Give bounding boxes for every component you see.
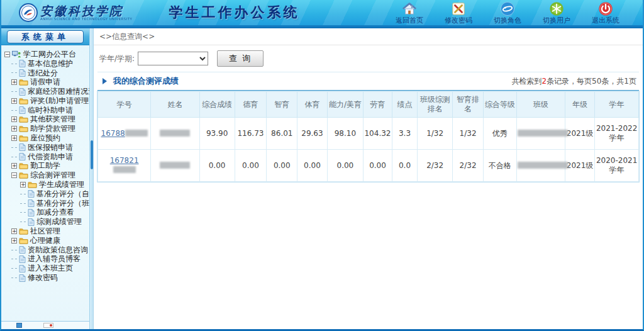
tree-item[interactable]: 修改密码 bbox=[3, 273, 88, 283]
switch-role-icon bbox=[500, 1, 515, 16]
sidebar-bottom-toolbar[interactable] bbox=[1, 321, 89, 329]
redacted-block bbox=[160, 162, 190, 169]
tree-item[interactable]: −综合测评管理 bbox=[3, 171, 88, 180]
tree-branch-line bbox=[11, 72, 17, 73]
tree-item[interactable]: +社区管理 bbox=[3, 227, 88, 236]
query-button[interactable]: 查 询 bbox=[217, 50, 264, 67]
cell-class_name bbox=[516, 150, 565, 182]
password-label: 修改密码 bbox=[445, 16, 472, 25]
expand-plus-icon[interactable]: + bbox=[11, 238, 17, 244]
tree-branch-line bbox=[11, 250, 17, 250]
column-header-intellectual: 智育 bbox=[267, 92, 297, 118]
system-menu-button[interactable]: 系统菜单 bbox=[7, 30, 84, 43]
tree-item[interactable]: 进入本班主页 bbox=[3, 264, 88, 273]
expand-plus-icon[interactable]: + bbox=[11, 135, 17, 141]
tree-item[interactable]: +座位预约 bbox=[3, 133, 88, 143]
power-button[interactable]: 退出系统 bbox=[586, 1, 625, 25]
folder-icon bbox=[19, 125, 28, 132]
cell-grade: 2021级 bbox=[565, 118, 594, 150]
sidebar: 系统菜单 −学工网办公平台基本信息维护违纪处分+请假申请家庭经济困难情况查看+评… bbox=[1, 28, 90, 329]
tree-item[interactable]: 进入辅导员博客 bbox=[3, 255, 88, 264]
app-window: 安徽科技学院 ANHUI SCIENCE AND TECHNOLOGY UNIV… bbox=[0, 0, 644, 331]
app-title: 学生工作办公系统 bbox=[169, 3, 300, 22]
collapse-minus-icon[interactable]: − bbox=[11, 172, 17, 178]
expand-plus-icon[interactable]: + bbox=[11, 228, 17, 234]
tree-item[interactable]: +评奖(助)申请管理 bbox=[3, 96, 88, 106]
tree-item[interactable]: 违纪处分 bbox=[3, 69, 88, 78]
university-name: 安徽科技学院 bbox=[40, 5, 143, 16]
expand-plus-icon[interactable]: + bbox=[11, 79, 17, 85]
tree-item[interactable]: 代偿资助申请 bbox=[3, 152, 88, 162]
doc-icon bbox=[19, 60, 26, 67]
redacted-block bbox=[518, 162, 568, 169]
doc-icon bbox=[19, 274, 26, 282]
doc-icon bbox=[19, 255, 26, 263]
tree-item[interactable]: 基准分评分（自评） bbox=[3, 189, 88, 199]
column-header-ability_aesthetic: 能力/美育 bbox=[327, 92, 364, 118]
column-header-academic_year: 学年 bbox=[595, 92, 639, 118]
cell-labor: 0.00 bbox=[364, 150, 392, 182]
section-arrow-icon bbox=[103, 78, 107, 84]
tree-item[interactable]: 基本信息维护 bbox=[3, 59, 88, 69]
expand-plus-icon[interactable]: + bbox=[11, 116, 17, 122]
cell-student_id: 16788 bbox=[98, 118, 151, 150]
tree-item[interactable]: +其他获奖管理 bbox=[3, 115, 88, 125]
splitter-collapse-handle[interactable] bbox=[91, 140, 93, 169]
tree-branch-line bbox=[20, 212, 26, 213]
filter-row: 学年/学期: 查 询 bbox=[94, 45, 643, 71]
sidebar-splitter[interactable] bbox=[90, 28, 94, 329]
tree-branch-line bbox=[11, 64, 17, 64]
student-id-link[interactable]: 16788 bbox=[101, 129, 125, 138]
doc-icon bbox=[19, 69, 26, 77]
expand-plus-icon[interactable]: + bbox=[11, 98, 17, 104]
results-table: 学号姓名综合成绩德育智育体育能力/美育劳育绩点班级综测排名智育排名综合等级班级年… bbox=[97, 91, 639, 182]
tree-item[interactable]: +心理健康 bbox=[3, 236, 88, 245]
password-button[interactable]: 修改密码 bbox=[439, 1, 478, 25]
tree-item[interactable]: 加减分查看 bbox=[3, 208, 88, 218]
tree-item[interactable]: 资助政策信息咨询 bbox=[3, 245, 88, 255]
tree-item[interactable]: 家庭经济困难情况查看 bbox=[3, 87, 88, 96]
tree-item[interactable]: +勤工助学 bbox=[3, 162, 88, 171]
term-select[interactable] bbox=[138, 52, 208, 65]
tree-item[interactable]: +学生成绩管理 bbox=[3, 180, 88, 189]
doc-icon bbox=[28, 218, 35, 226]
main-content: <>信息查询<> 学年/学期: 查 询 我的综合测评成绩 共检索到2条记录，每页… bbox=[94, 28, 643, 329]
mini-app-icon[interactable] bbox=[16, 323, 22, 328]
tree-item[interactable]: +助学贷款管理 bbox=[3, 124, 88, 133]
column-header-grade: 年级 bbox=[565, 92, 594, 118]
tree-item[interactable]: 临时补助申请 bbox=[3, 106, 88, 115]
tree-item[interactable]: 基准分评分（班委） bbox=[3, 199, 88, 208]
tree-branch-line bbox=[11, 91, 17, 92]
column-header-gpa: 绩点 bbox=[392, 92, 417, 118]
folder-icon bbox=[19, 237, 28, 244]
tree-branch-line bbox=[20, 222, 26, 222]
tree-branch-line bbox=[11, 259, 17, 259]
doc-icon bbox=[28, 199, 35, 207]
cell-intellectual: 0.00 bbox=[267, 150, 297, 182]
cell-intellectual_rank: 2/32 bbox=[453, 150, 484, 182]
tree-item-label: 修改密码 bbox=[28, 272, 58, 283]
tree-item[interactable]: +请假申请 bbox=[3, 77, 88, 87]
student-id-link[interactable]: 167821 bbox=[110, 156, 139, 165]
tree-item[interactable]: 医保报销申请 bbox=[3, 143, 88, 152]
home-button[interactable]: 返回首页 bbox=[390, 1, 429, 25]
expand-plus-icon[interactable]: + bbox=[11, 163, 17, 169]
cell-name bbox=[151, 118, 199, 150]
tree-item[interactable]: 综测成绩管理 bbox=[3, 217, 88, 227]
expand-plus-icon[interactable]: + bbox=[11, 126, 17, 132]
tree-branch-line bbox=[11, 268, 17, 269]
folder-icon bbox=[19, 79, 28, 86]
expand-plus-icon[interactable]: + bbox=[20, 182, 26, 188]
column-header-moral: 德育 bbox=[235, 92, 267, 118]
cell-gpa: 0.0 bbox=[392, 150, 417, 182]
tree-branch-line bbox=[11, 157, 17, 157]
column-header-student_id: 学号 bbox=[98, 92, 151, 118]
switch-role-button[interactable]: 切换角色 bbox=[488, 1, 527, 25]
tree-root-item[interactable]: −学工网办公平台 bbox=[3, 50, 88, 59]
table-row: 1678210.000.000.000.000.000.000.02/322/3… bbox=[98, 150, 639, 182]
cell-labor: 104.32 bbox=[364, 118, 392, 150]
mini-notice-icon[interactable] bbox=[43, 323, 53, 328]
cell-intellectual: 86.01 bbox=[267, 118, 297, 150]
switch-user-button[interactable]: 切换用户 bbox=[537, 1, 576, 25]
collapse-minus-icon[interactable]: − bbox=[4, 52, 10, 57]
